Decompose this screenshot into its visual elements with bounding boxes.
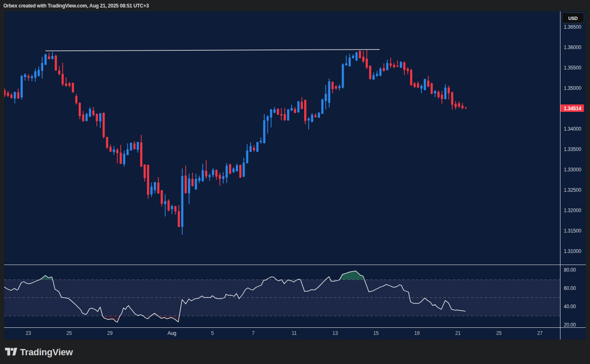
svg-text:1.36500: 1.36500 <box>564 24 582 30</box>
svg-text:1.35500: 1.35500 <box>564 65 582 71</box>
svg-text:1.31000: 1.31000 <box>564 248 582 254</box>
svg-text:1.35000: 1.35000 <box>564 85 582 91</box>
svg-text:80.00: 80.00 <box>564 267 576 273</box>
svg-text:1.33000: 1.33000 <box>564 167 582 173</box>
svg-text:60.00: 60.00 <box>564 285 576 291</box>
svg-text:21: 21 <box>455 330 461 336</box>
svg-text:23: 23 <box>26 330 31 336</box>
svg-text:1.31500: 1.31500 <box>564 228 582 234</box>
svg-text:27: 27 <box>537 330 543 336</box>
svg-text:1.32000: 1.32000 <box>564 208 582 213</box>
svg-text:5: 5 <box>211 330 214 336</box>
svg-text:25: 25 <box>496 330 502 336</box>
svg-text:1.33500: 1.33500 <box>564 146 582 152</box>
svg-text:25: 25 <box>67 330 72 336</box>
svg-text:40.00: 40.00 <box>564 304 576 310</box>
svg-text:7: 7 <box>252 330 255 336</box>
svg-text:1.32500: 1.32500 <box>564 187 582 193</box>
svg-text:20.00: 20.00 <box>564 322 576 328</box>
svg-text:1.34000: 1.34000 <box>564 126 582 132</box>
svg-text:13: 13 <box>332 330 338 336</box>
svg-text:19: 19 <box>414 330 420 336</box>
svg-text:USD: USD <box>568 16 578 21</box>
svg-text:Aug: Aug <box>168 330 176 336</box>
svg-text:1.36000: 1.36000 <box>564 45 582 50</box>
svg-text:11: 11 <box>292 330 297 336</box>
svg-text:15: 15 <box>373 330 379 336</box>
svg-text:29: 29 <box>107 330 113 336</box>
svg-text:1.34514: 1.34514 <box>564 106 582 111</box>
